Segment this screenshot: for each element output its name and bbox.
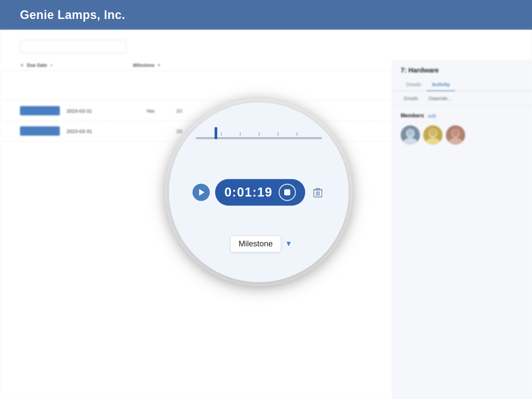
svg-point-8 <box>452 129 459 136</box>
svg-point-1 <box>403 138 418 145</box>
ruler-marker <box>214 127 217 139</box>
ruler-tick-1 <box>221 132 221 136</box>
sub-tab-dependencies[interactable]: Depende... <box>424 94 456 103</box>
tab-details[interactable]: Details <box>401 78 427 90</box>
ruler-tick-2 <box>240 132 240 136</box>
panel-title: 7: Hardware <box>393 66 532 74</box>
stop-button[interactable] <box>279 184 296 201</box>
play-button[interactable] <box>193 184 210 201</box>
right-panel: 7: Hardware Details Activity Emails Depe… <box>392 60 532 399</box>
svg-point-4 <box>426 138 440 145</box>
milestone-filter-icon[interactable]: ▼ <box>157 63 161 67</box>
members-row: Members edit <box>393 106 532 122</box>
stop-icon <box>284 189 290 195</box>
milestone-filter-icon[interactable]: ▼ <box>285 239 292 248</box>
svg-point-5 <box>430 129 436 136</box>
delete-button[interactable] <box>311 185 325 200</box>
due-date-cell: 2023-03-31 <box>66 108 133 114</box>
due-date-filter-icon[interactable]: ▼ <box>50 63 54 67</box>
milestone-column-header: Milestone <box>133 63 155 68</box>
svg-point-2 <box>407 129 414 136</box>
timer-text: 0:01:19 <box>224 185 273 200</box>
milestone-cell: Yes <box>146 108 166 114</box>
timer-container: 0:01:19 <box>193 179 325 205</box>
app-title: Genie Lamps, Inc. <box>20 8 125 22</box>
ruler-area <box>196 122 322 139</box>
filter-icon: ▼ <box>20 63 24 68</box>
members-edit-link[interactable]: edit <box>428 113 436 119</box>
timer-display: 0:01:19 <box>215 179 305 205</box>
milestone-label: Milestone <box>230 235 281 252</box>
panel-tabs: Details Activity <box>393 78 532 91</box>
ruler-tick-5 <box>297 132 297 136</box>
ruler-tick-4 <box>278 132 278 136</box>
member-avatar-1[interactable] <box>401 125 420 145</box>
member-avatar-3[interactable] <box>446 125 465 145</box>
search-bar[interactable] <box>20 40 126 53</box>
task-bar <box>20 106 60 115</box>
play-icon <box>199 189 204 196</box>
magnifier: 0:01:19 Milestone ▼ <box>169 102 348 282</box>
ruler-track <box>196 137 322 139</box>
app-header: Genie Lamps, Inc. <box>0 0 532 30</box>
svg-point-7 <box>448 138 463 145</box>
sub-tab-emails[interactable]: Emails <box>399 94 423 103</box>
member-avatars <box>393 122 532 148</box>
tab-activity[interactable]: Activity <box>427 78 455 90</box>
magnifier-inner: 0:01:19 Milestone ▼ <box>169 102 348 282</box>
ruler-tick-3 <box>259 132 259 136</box>
members-label: Members <box>401 113 424 119</box>
milestone-row: Milestone ▼ <box>230 235 293 252</box>
member-avatar-2[interactable] <box>423 125 443 145</box>
sub-tabs: Emails Depende... <box>393 91 532 106</box>
task-bar <box>20 126 60 136</box>
due-date-column-header: Due Date <box>27 63 47 68</box>
due-date-cell: 2023-03-31 <box>66 128 133 134</box>
